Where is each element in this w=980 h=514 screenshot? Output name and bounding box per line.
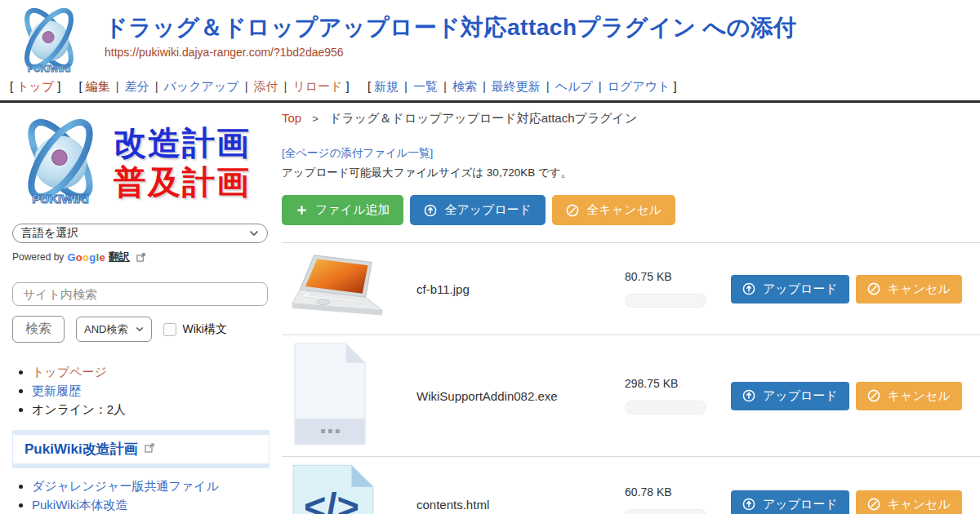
logo-line-kaizo: 改造計画 — [114, 123, 251, 162]
nav-group-top: [トップ] — [7, 79, 64, 93]
language-select[interactable]: 言語を選択 — [12, 224, 268, 243]
main-content: Top > ドラッグ＆ドロップアップロード対応attachプラグイン [全ページ… — [282, 103, 980, 514]
breadcrumb-top-link[interactable]: Top — [282, 111, 301, 125]
upload-all-button[interactable]: 全アップロード — [410, 195, 546, 225]
sidebar: PUKIWIKI 改造計画 普及計画 言語を選択 Powered by Goog… — [0, 103, 282, 514]
project-box: PukiWiki改造計画 — [12, 430, 270, 468]
logo-wordmark: PUKIWIKI — [32, 192, 89, 206]
file-size-cell: 80.75 KB — [625, 270, 721, 308]
separator: | — [599, 79, 602, 93]
upload-file-list: cf-b11.jpg 80.75 KB アップロード — [282, 242, 980, 514]
separator: | — [443, 79, 447, 93]
upload-button[interactable]: アップロード — [731, 382, 849, 410]
chevron-down-icon — [136, 326, 144, 332]
nav-list[interactable]: 一覧 — [413, 79, 438, 93]
google-logo: Google — [67, 251, 105, 264]
sidebar-item-core-mods[interactable]: PukiWiki本体改造 — [32, 498, 128, 512]
file-row: </> contents.html 60.78 KB — [282, 456, 980, 514]
bracket: ] — [673, 79, 676, 93]
nav-logout[interactable]: ログアウト — [608, 79, 670, 93]
wiki-syntax-label: Wiki構文 — [182, 322, 226, 337]
search-button[interactable]: 検索 — [12, 316, 65, 343]
cancel-icon — [566, 204, 579, 217]
upload-progress-bar — [625, 509, 706, 514]
cancel-all-button[interactable]: 全キャンセル — [552, 195, 675, 225]
nav-backup[interactable]: バックアップ — [164, 79, 239, 93]
cancel-icon — [867, 389, 880, 402]
generic-file-icon — [290, 342, 370, 446]
upload-progress-bar — [625, 401, 706, 414]
upload-button[interactable]: アップロード — [731, 275, 849, 304]
file-size: 298.75 KB — [625, 377, 721, 390]
file-name: cf-b11.jpg — [416, 282, 625, 296]
file-actions: アップロード キャンセル — [731, 275, 962, 304]
sidebar-item-common-files[interactable]: ダジャレンジャー版共通ファイル — [32, 479, 219, 493]
upload-button[interactable]: アップロード — [731, 490, 849, 514]
separator: | — [483, 79, 486, 93]
project-box-link[interactable]: PukiWiki改造計画 — [24, 441, 138, 457]
sidebar-logo[interactable]: PUKIWIKI 改造計画 普及計画 — [12, 113, 282, 212]
all-attachments-link[interactable]: [全ページの添付ファイル一覧] — [282, 146, 433, 161]
sidebar-item-update-history[interactable]: 更新履歴 — [32, 383, 81, 397]
max-upload-size-text: アップロード可能最大ファイルサイズは 30,720KB です。 — [282, 166, 980, 180]
search-mode-value: AND検索 — [84, 322, 127, 337]
wiki-syntax-option: Wiki構文 — [163, 322, 226, 337]
nav-group-page: [編集|差分|バックアップ|添付|リロード] — [76, 79, 353, 93]
upload-icon — [424, 204, 437, 217]
logo-line-fukyu: 普及計画 — [114, 162, 251, 202]
file-actions: アップロード キャンセル — [731, 490, 962, 514]
header-text: ドラッグ＆ドロップアップロード対応attachプラグイン への添付 https:… — [105, 5, 797, 60]
file-actions: アップロード キャンセル — [731, 382, 962, 410]
sidebar-item-top-page[interactable]: トップページ — [32, 365, 107, 379]
sidebar-link-list-1: トップページ 更新履歴 オンライン：2人 — [12, 364, 282, 417]
breadcrumb-current-page: ドラッグ＆ドロップアップロード対応attachプラグイン — [329, 111, 637, 125]
separator: | — [404, 79, 408, 93]
file-size: 80.75 KB — [625, 270, 721, 283]
nav-new[interactable]: 新規 — [374, 79, 399, 93]
nav-edit[interactable]: 編集 — [86, 79, 110, 93]
cancel-button[interactable]: キャンセル — [856, 490, 962, 514]
cancel-button[interactable]: キャンセル — [856, 382, 962, 410]
bracket: [ — [79, 79, 82, 93]
file-size: 60.78 KB — [625, 485, 721, 498]
file-size-cell: 60.78 KB — [625, 485, 721, 514]
list-item: ダジャレンジャー版共通ファイル — [32, 478, 282, 494]
content-area: PUKIWIKI 改造計画 普及計画 言語を選択 Powered by Goog… — [0, 103, 980, 514]
upload-icon — [742, 498, 755, 511]
separator: | — [546, 79, 550, 93]
search-controls: 検索 AND検索 Wiki構文 — [12, 316, 282, 343]
add-file-button[interactable]: ファイル追加 — [282, 195, 403, 225]
cancel-button[interactable]: キャンセル — [856, 275, 962, 304]
laptop-image-thumbnail — [290, 252, 393, 322]
file-row: WikiSupportAddin082.exe 298.75 KB アップロード — [282, 335, 980, 456]
nav-diff[interactable]: 差分 — [125, 79, 149, 93]
nav-recent[interactable]: 最終更新 — [492, 79, 541, 93]
upload-progress-bar — [625, 294, 706, 308]
atom-icon: PUKIWIKI — [11, 5, 87, 77]
breadcrumb: Top > ドラッグ＆ドロップアップロード対応attachプラグイン — [282, 111, 980, 126]
separator: | — [116, 79, 119, 93]
separator: | — [284, 79, 287, 93]
language-select-value: 言語を選択 — [21, 226, 78, 241]
pukiwiki-page: PUKIWIKI ドラッグ＆ドロップアップロード対応attachプラグイン への… — [0, 0, 980, 514]
nav-top[interactable]: トップ — [16, 79, 54, 93]
site-search-input[interactable] — [12, 282, 268, 306]
page-url-link[interactable]: https://pukiwiki.dajya-ranger.com/?1bd2d… — [105, 46, 344, 59]
cancel-icon — [867, 498, 880, 511]
wiki-syntax-checkbox[interactable] — [163, 323, 176, 336]
nav-reload[interactable]: リロード — [292, 79, 342, 93]
upload-icon — [742, 282, 755, 295]
bracket: ] — [346, 79, 350, 93]
plus-icon — [296, 204, 308, 216]
search-mode-select[interactable]: AND検索 — [76, 317, 152, 342]
online-count: オンライン：2人 — [32, 402, 126, 416]
bracket: ] — [57, 79, 60, 93]
svg-text:</>: </> — [304, 485, 359, 514]
nav-attach[interactable]: 添付 — [254, 79, 278, 93]
breadcrumb-separator: > — [312, 113, 318, 125]
bracket: [ — [10, 79, 13, 93]
nav-help[interactable]: ヘルプ — [555, 79, 593, 93]
google-translate-link[interactable]: 翻訳 — [109, 250, 130, 264]
nav-search[interactable]: 検索 — [452, 79, 477, 93]
pukiwiki-logo-icon[interactable]: PUKIWIKI — [11, 5, 87, 77]
